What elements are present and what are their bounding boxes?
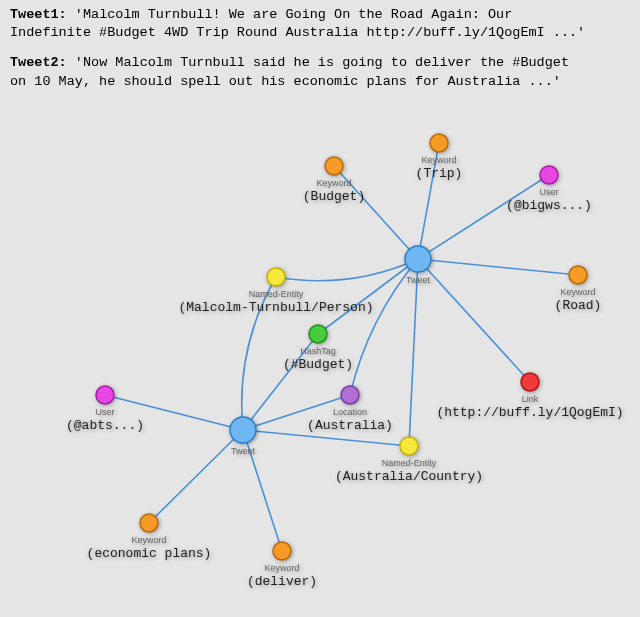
node-type-hashtag: HashTag xyxy=(300,346,336,356)
edge-e12 xyxy=(243,395,350,430)
node-kw_deliver[interactable]: Keyword(deliver) xyxy=(247,542,317,589)
node-kw_econ[interactable]: Keyword(economic plans) xyxy=(87,514,212,561)
node-type-kw_road: Keyword xyxy=(560,287,595,297)
svg-point-6 xyxy=(267,268,285,286)
edge-e14 xyxy=(105,395,243,430)
svg-point-5 xyxy=(569,266,587,284)
node-value-location: (Australia) xyxy=(307,418,393,433)
node-user_abts[interactable]: User(@abts...) xyxy=(66,386,144,433)
node-value-hashtag: (#Budget) xyxy=(283,357,353,372)
edge-e13 xyxy=(243,430,409,446)
edge-e16 xyxy=(243,430,282,551)
node-type-entity_au: Named-Entity xyxy=(382,458,437,468)
node-type-link: Link xyxy=(522,394,539,404)
edge-e15 xyxy=(149,430,243,523)
node-kw_trip[interactable]: Keyword(Trip) xyxy=(416,134,463,181)
svg-point-13 xyxy=(273,542,291,560)
node-value-link: (http://buff.ly/1QogEmI) xyxy=(436,405,623,420)
node-value-kw_deliver: (deliver) xyxy=(247,574,317,589)
node-value-entity_mt: (Malcolm-Turnbull/Person) xyxy=(178,300,373,315)
edge-e7 xyxy=(276,259,418,281)
svg-point-9 xyxy=(521,373,539,391)
tweet2-label: Tweet2: xyxy=(10,55,67,70)
node-entity_au[interactable]: Named-Entity(Australia/Country) xyxy=(335,437,483,484)
node-value-kw_econ: (economic plans) xyxy=(87,546,212,561)
node-value-user_abts: (@abts...) xyxy=(66,418,144,433)
node-type-kw_trip: Keyword xyxy=(421,155,456,165)
node-value-entity_au: (Australia/Country) xyxy=(335,469,483,484)
node-value-kw_road: (Road) xyxy=(555,298,602,313)
graph-canvas: TweetTweetKeyword(Trip)Keyword(Budget)Us… xyxy=(0,0,640,617)
edge-e3 xyxy=(418,175,549,259)
svg-point-7 xyxy=(309,325,327,343)
svg-point-0 xyxy=(405,246,431,272)
edge-e10 xyxy=(242,277,276,430)
node-user_big[interactable]: User(@bigws...) xyxy=(506,166,592,213)
svg-point-8 xyxy=(341,386,359,404)
svg-point-4 xyxy=(540,166,558,184)
node-type-kw_econ: Keyword xyxy=(131,535,166,545)
node-link[interactable]: Link(http://buff.ly/1QogEmI) xyxy=(436,373,623,420)
svg-point-10 xyxy=(400,437,418,455)
node-value-kw_trip: (Trip) xyxy=(416,166,463,181)
node-type-tweet1: Tweet xyxy=(406,275,431,285)
node-kw_budget[interactable]: Keyword(Budget) xyxy=(303,157,365,204)
node-tweet2[interactable]: Tweet xyxy=(230,417,256,456)
node-type-entity_mt: Named-Entity xyxy=(249,289,304,299)
node-type-location: Location xyxy=(333,407,367,417)
edge-e6 xyxy=(409,259,418,446)
node-hashtag[interactable]: HashTag(#Budget) xyxy=(283,325,353,372)
edge-e5 xyxy=(418,259,530,382)
edge-e2 xyxy=(334,166,418,259)
edge-e1 xyxy=(418,143,439,259)
node-value-user_big: (@bigws...) xyxy=(506,198,592,213)
node-tweet1[interactable]: Tweet xyxy=(405,246,431,285)
svg-point-2 xyxy=(430,134,448,152)
node-type-tweet2: Tweet xyxy=(231,446,256,456)
edge-e8 xyxy=(318,259,418,334)
svg-point-11 xyxy=(96,386,114,404)
edge-e9 xyxy=(350,259,418,395)
tweet2-text: 'Now Malcolm Turnbull said he is going t… xyxy=(10,55,569,88)
node-type-kw_budget: Keyword xyxy=(316,178,351,188)
node-entity_mt[interactable]: Named-Entity(Malcolm-Turnbull/Person) xyxy=(178,268,373,315)
svg-point-1 xyxy=(230,417,256,443)
node-location[interactable]: Location(Australia) xyxy=(307,386,393,433)
svg-point-3 xyxy=(325,157,343,175)
svg-point-12 xyxy=(140,514,158,532)
node-type-kw_deliver: Keyword xyxy=(264,563,299,573)
tweet1-text: 'Malcolm Turnbull! We are Going On the R… xyxy=(10,7,585,40)
node-type-user_abts: User xyxy=(95,407,114,417)
node-type-user_big: User xyxy=(539,187,558,197)
node-kw_road[interactable]: Keyword(Road) xyxy=(555,266,602,313)
edge-e4 xyxy=(418,259,578,275)
edge-e11 xyxy=(243,334,318,430)
tweet1-label: Tweet1: xyxy=(10,7,67,22)
node-value-kw_budget: (Budget) xyxy=(303,189,365,204)
